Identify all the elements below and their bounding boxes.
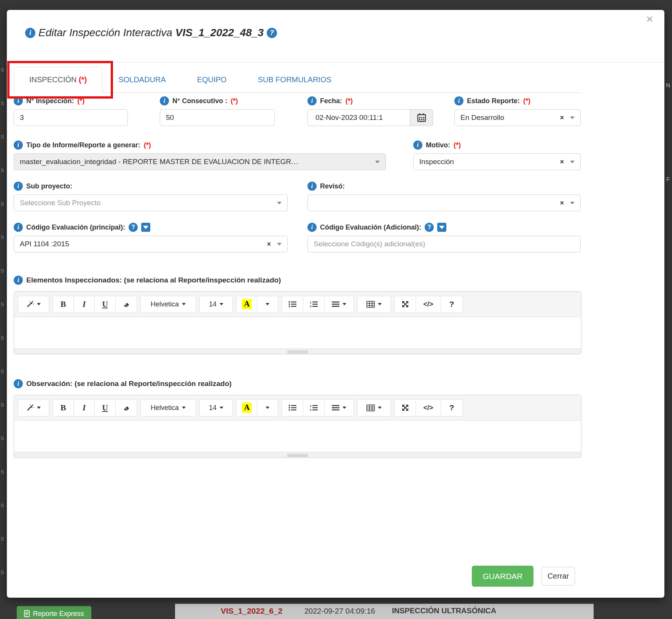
clear-icon[interactable]: ×	[556, 158, 564, 166]
underline-button[interactable]: U	[95, 400, 116, 416]
magic-style-button[interactable]	[18, 400, 49, 416]
font-color-menu-button[interactable]	[257, 400, 278, 416]
ordered-list-button[interactable]: 12	[303, 296, 325, 313]
ordered-list-button[interactable]: 12	[303, 400, 325, 416]
help-icon[interactable]	[129, 223, 138, 232]
clear-icon[interactable]: ×	[263, 240, 271, 248]
magic-style-button[interactable]	[18, 296, 49, 313]
fullscreen-button[interactable]	[395, 296, 416, 313]
background-text-fragment: S	[1, 302, 4, 307]
clear-format-button[interactable]	[116, 400, 137, 416]
info-icon[interactable]	[14, 140, 23, 150]
font-family-value: Helvetica	[151, 300, 179, 308]
chevron-down-icon	[182, 303, 186, 305]
info-icon[interactable]	[14, 379, 23, 388]
code-view-button[interactable]: </>	[416, 296, 441, 313]
tab-label: SUB FORMULARIOS	[258, 75, 331, 84]
elementos-editable-area[interactable]	[14, 317, 581, 348]
editor-help-button[interactable]: ?	[441, 400, 462, 416]
required-marker: (*)	[346, 97, 353, 105]
info-icon[interactable]	[25, 28, 35, 38]
edit-inspection-dialog: Editar Inspección Interactiva VIS_1_2022…	[7, 10, 664, 598]
chevron-down-icon	[378, 303, 382, 305]
unordered-list-button[interactable]	[282, 400, 303, 416]
editor-resize-handle[interactable]	[14, 452, 581, 458]
info-icon[interactable]	[14, 182, 23, 191]
italic-button[interactable]: I	[74, 400, 95, 416]
help-icon[interactable]	[267, 28, 277, 38]
paragraph-align-button[interactable]	[325, 296, 354, 313]
paragraph-align-button[interactable]	[325, 400, 354, 416]
reviso-select[interactable]: ×	[307, 195, 581, 211]
n-consecutivo-input[interactable]: 50	[160, 109, 275, 126]
select-value: Inspección	[419, 158, 454, 166]
input-placeholder: Seleccione Código(s) adicional(es)	[314, 240, 425, 248]
tab-equipo[interactable]: EQUIPO	[187, 67, 237, 93]
font-size-button[interactable]: 14	[200, 296, 232, 313]
font-color-menu-button[interactable]	[257, 296, 278, 313]
reporte-express-button[interactable]: Reporte Express	[17, 606, 91, 619]
chevron-down-icon	[220, 407, 223, 409]
info-icon[interactable]	[307, 182, 317, 191]
close-icon[interactable]: ×	[644, 13, 655, 25]
cerrar-button[interactable]: Cerrar	[541, 567, 575, 585]
chevron-down-icon	[570, 161, 575, 163]
code-view-button[interactable]: </>	[416, 400, 441, 416]
font-color-button[interactable]: A	[237, 400, 257, 416]
info-icon[interactable]	[14, 276, 23, 285]
codigo-principal-select[interactable]: API 1104 :2015 ×	[14, 236, 288, 252]
calendar-button[interactable]	[410, 109, 433, 126]
clear-icon[interactable]: ×	[556, 199, 564, 207]
sub-proyecto-select[interactable]: Seleccione Sub Proyecto	[14, 195, 288, 211]
font-family-button[interactable]: Helvetica	[141, 400, 196, 416]
editor-help-button[interactable]: ?	[441, 296, 462, 313]
tipo-informe-select[interactable]: master_evaluacion_integridad - REPORTE M…	[14, 153, 386, 170]
editor-resize-handle[interactable]	[14, 348, 581, 354]
bold-button[interactable]: B	[53, 400, 74, 416]
chevron-down-icon	[277, 202, 282, 204]
tab-inspeccion[interactable]: INSPECCIÓN (*)	[14, 67, 102, 93]
fecha-input[interactable]: 02-Nov-2023 00:11:1	[307, 109, 410, 126]
font-color-button[interactable]: A	[237, 296, 257, 313]
ordered-list-icon: 12	[310, 301, 318, 308]
svg-text:2: 2	[310, 305, 312, 308]
motivo-select[interactable]: Inspección ×	[413, 153, 581, 170]
table-button[interactable]	[358, 400, 390, 416]
codigo-adicional-input[interactable]: Seleccione Código(s) adicional(es)	[307, 236, 581, 252]
info-icon[interactable]	[413, 140, 422, 150]
estado-reporte-select[interactable]: En Desarrollo ×	[454, 109, 581, 126]
tab-soldadura[interactable]: SOLDADURA	[108, 67, 175, 93]
observacion-editable-area[interactable]	[14, 421, 581, 452]
info-icon[interactable]	[454, 96, 463, 105]
fullscreen-button[interactable]	[395, 400, 416, 416]
table-button[interactable]	[358, 296, 390, 313]
background-text-fragment: S	[1, 168, 4, 173]
font-family-button[interactable]: Helvetica	[141, 296, 196, 313]
bold-button[interactable]: B	[53, 296, 74, 313]
guardar-button[interactable]: GUARDAR	[472, 566, 533, 587]
clear-format-button[interactable]	[116, 296, 137, 313]
n-inspeccion-input[interactable]: 3	[14, 109, 128, 126]
caret-down-square-icon[interactable]	[437, 223, 446, 232]
font-size-button[interactable]: 14	[200, 400, 232, 416]
fullscreen-icon	[401, 404, 409, 412]
italic-button[interactable]: I	[74, 296, 95, 313]
info-icon[interactable]	[14, 223, 23, 232]
field-codigo-principal: Código Evaluación (principal): API 1104 …	[14, 222, 288, 252]
info-icon[interactable]	[307, 223, 317, 232]
info-icon[interactable]	[14, 96, 23, 105]
underline-button[interactable]: U	[95, 296, 116, 313]
unordered-list-button[interactable]	[282, 296, 303, 313]
required-marker: (*)	[523, 97, 530, 105]
chevron-down-icon	[378, 407, 382, 409]
clear-icon[interactable]: ×	[556, 114, 564, 122]
fullscreen-icon	[401, 300, 409, 308]
tab-sub-formularios[interactable]: SUB FORMULARIOS	[248, 67, 341, 93]
info-icon[interactable]	[160, 96, 169, 105]
select-value: API 1104 :2015	[20, 240, 69, 248]
help-icon[interactable]	[425, 223, 434, 232]
info-icon[interactable]	[307, 96, 317, 105]
caret-down-square-icon[interactable]	[141, 223, 150, 232]
font-color-icon: A	[242, 403, 252, 412]
dialog-title-text: Editar Inspección Interactiva	[38, 27, 172, 39]
